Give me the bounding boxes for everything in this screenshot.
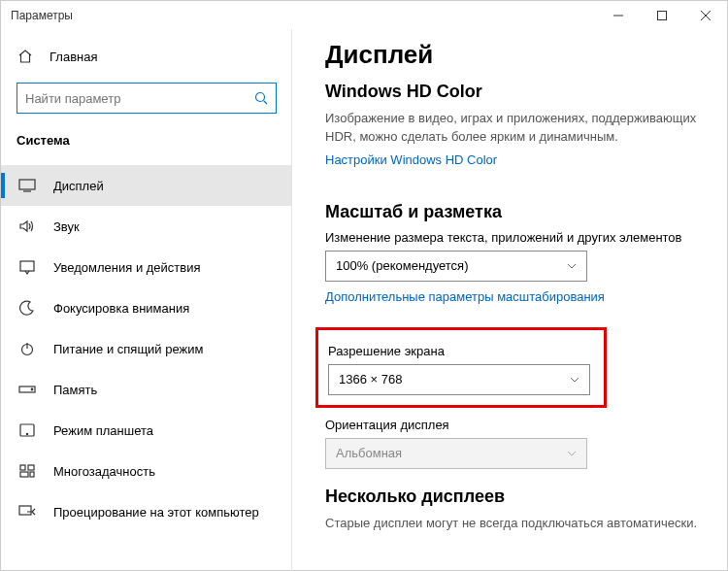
project-icon [18, 503, 36, 521]
sidebar-item-notifications[interactable]: Уведомления и действия [1, 247, 292, 287]
display-icon [18, 177, 36, 194]
page-title: Дисплей [325, 40, 704, 70]
maximize-button[interactable] [640, 1, 683, 30]
chevron-down-icon [567, 451, 577, 456]
sound-icon [18, 218, 36, 235]
hd-color-desc: Изображение в видео, играх и приложениях… [325, 110, 704, 147]
sidebar-item-storage[interactable]: Память [1, 369, 292, 410]
sidebar: Главная Система Дисплей [1, 30, 292, 570]
sidebar-item-label: Память [53, 383, 97, 397]
svg-rect-17 [20, 472, 28, 477]
svg-point-4 [256, 93, 265, 102]
multi-desc: Старые дисплеи могут не всегда подключат… [325, 515, 704, 533]
nav-list: Дисплей Звук Уведомления и действия Фоку… [1, 165, 292, 532]
svg-rect-6 [19, 180, 35, 189]
svg-line-5 [264, 101, 268, 105]
svg-rect-15 [20, 465, 25, 470]
tablet-icon [18, 421, 36, 439]
power-icon [18, 340, 36, 357]
sidebar-item-tablet[interactable]: Режим планшета [1, 410, 292, 451]
svg-rect-19 [19, 506, 31, 515]
text-size-value: 100% (рекомендуется) [336, 258, 468, 273]
sidebar-item-multitask[interactable]: Многозадачность [1, 451, 292, 491]
home-button[interactable]: Главная [1, 38, 292, 75]
resolution-select[interactable]: 1366 × 768 [328, 364, 590, 395]
close-button[interactable] [683, 1, 727, 30]
main-panel: Дисплей Windows HD Color Изображение в в… [292, 30, 727, 570]
sidebar-item-focus[interactable]: Фокусировка внимания [1, 287, 292, 328]
orientation-label: Ориентация дисплея [325, 418, 704, 432]
search-input[interactable] [17, 83, 277, 114]
sidebar-item-display[interactable]: Дисплей [1, 165, 292, 206]
sidebar-item-projecting[interactable]: Проецирование на этот компьютер [1, 491, 292, 532]
home-label: Главная [50, 50, 97, 64]
sidebar-item-label: Питание и спящий режим [53, 342, 203, 356]
resolution-highlight: Разрешение экрана 1366 × 768 [315, 327, 607, 408]
sidebar-item-sound[interactable]: Звук [1, 206, 292, 247]
svg-point-14 [26, 433, 27, 434]
titlebar: Параметры [1, 1, 727, 30]
moon-icon [18, 299, 36, 317]
svg-rect-18 [30, 472, 34, 477]
hd-color-heading: Windows HD Color [325, 82, 704, 102]
storage-icon [18, 381, 36, 398]
multitask-icon [18, 462, 36, 480]
resolution-value: 1366 × 768 [339, 372, 402, 386]
svg-rect-8 [20, 261, 34, 271]
minimize-button[interactable] [596, 1, 640, 30]
hd-color-link[interactable]: Настройки Windows HD Color [325, 152, 497, 167]
window-title: Параметры [11, 9, 73, 22]
orientation-value: Альбомная [336, 446, 402, 460]
adv-scale-link[interactable]: Дополнительные параметры масштабирования [325, 289, 605, 304]
text-size-label: Изменение размера текста, приложений и д… [325, 230, 704, 245]
sidebar-item-power[interactable]: Питание и спящий режим [1, 328, 292, 369]
chevron-down-icon [567, 263, 577, 269]
sidebar-item-label: Проецирование на этот компьютер [53, 505, 259, 520]
scale-heading: Масштаб и разметка [325, 202, 704, 222]
search-field[interactable] [25, 91, 254, 106]
text-size-select[interactable]: 100% (рекомендуется) [325, 251, 587, 282]
sidebar-item-label: Уведомления и действия [53, 260, 201, 275]
sidebar-item-label: Режим планшета [53, 423, 153, 438]
divider [291, 29, 292, 571]
resolution-label: Разрешение экрана [328, 344, 594, 358]
orientation-select[interactable]: Альбомная [325, 438, 587, 469]
sidebar-item-label: Многозадачность [53, 464, 155, 479]
chevron-down-icon [570, 377, 579, 383]
multi-heading: Несколько дисплеев [325, 487, 704, 507]
svg-rect-16 [28, 465, 34, 470]
home-icon [17, 48, 34, 65]
sidebar-item-label: Дисплей [53, 179, 104, 193]
svg-rect-1 [657, 12, 666, 20]
notification-icon [18, 258, 36, 276]
sidebar-item-label: Звук [53, 219, 80, 234]
category-title: Система [1, 127, 292, 157]
svg-point-12 [31, 388, 33, 390]
search-icon [254, 91, 268, 105]
sidebar-item-label: Фокусировка внимания [53, 301, 189, 316]
